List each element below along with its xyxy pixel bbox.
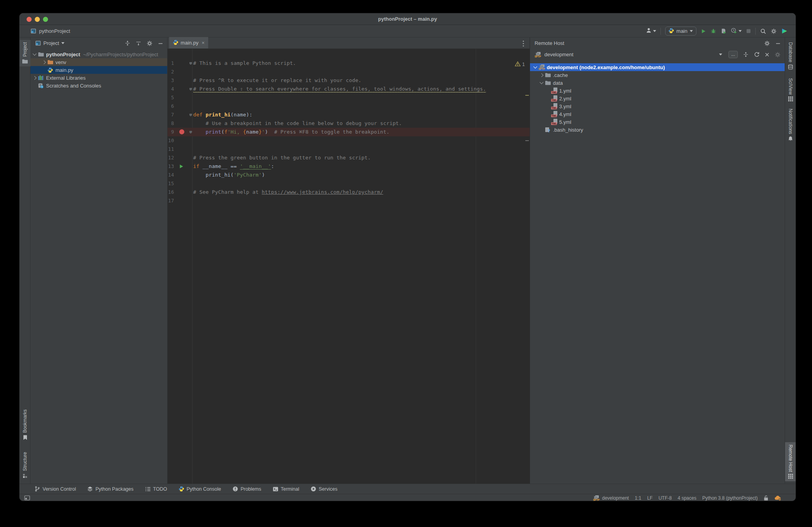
tool-window-tab-structure[interactable]: Structure xyxy=(20,450,30,481)
remote-tree-item[interactable]: YML1.yml xyxy=(530,87,785,95)
line-number[interactable]: 17 xyxy=(168,197,174,205)
gear-icon[interactable] xyxy=(764,40,770,46)
tab-options-kebab-icon[interactable] xyxy=(523,40,524,48)
code-line[interactable]: 7def print_hi(name): xyxy=(168,111,530,119)
chevron-down-icon[interactable] xyxy=(719,54,722,55)
expand-selection-icon[interactable] xyxy=(125,40,130,46)
hide-panel-icon[interactable] xyxy=(158,41,163,46)
project-widget-label[interactable]: pythonProject xyxy=(39,28,70,34)
tool-window-tab-project[interactable]: Project xyxy=(20,40,30,66)
code-line[interactable]: 12# Press the green button in the gutter… xyxy=(168,154,530,162)
close-icon[interactable] xyxy=(765,52,769,57)
line-number[interactable]: 9 xyxy=(168,128,174,136)
remote-tree-item[interactable]: YML4.yml xyxy=(530,110,785,118)
remote-tree-item[interactable]: ?.bash_history xyxy=(530,126,785,134)
run-line-icon[interactable] xyxy=(179,164,184,170)
collapse-all-icon[interactable] xyxy=(743,52,749,57)
collapse-all-icon[interactable] xyxy=(136,40,141,46)
remote-tree-item[interactable]: SFTPdevelopment (node2.example.com/home/… xyxy=(530,63,785,71)
status-item-lf[interactable]: LF xyxy=(647,495,653,501)
profiler-button[interactable] xyxy=(731,27,742,35)
fold-marker-icon[interactable] xyxy=(189,88,192,91)
line-number[interactable]: 5 xyxy=(168,93,174,102)
project-panel-title[interactable]: Project xyxy=(43,40,59,46)
code-line[interactable]: 3# Press ^R to execute it or replace it … xyxy=(168,76,530,85)
project-tree-item[interactable]: venv xyxy=(30,58,167,66)
chevron-down-icon[interactable] xyxy=(539,82,545,84)
debug-button[interactable] xyxy=(710,28,716,34)
close-window-button[interactable] xyxy=(27,17,32,22)
code-line[interactable]: 2 xyxy=(168,68,530,76)
fold-marker-icon[interactable] xyxy=(189,62,192,65)
chevron-down-icon[interactable] xyxy=(532,66,539,68)
line-number[interactable]: 4 xyxy=(168,85,174,93)
error-stripe-mark[interactable] xyxy=(525,140,529,141)
code-line[interactable]: 13if __name__ == '__main__': xyxy=(168,162,530,171)
project-tree-item[interactable]: main.py xyxy=(30,66,167,74)
jetbrains-gradient-icon[interactable] xyxy=(781,28,788,34)
tool-window-layout-icon[interactable] xyxy=(24,495,30,500)
chevron-down-icon[interactable] xyxy=(61,42,64,44)
line-number[interactable]: 14 xyxy=(168,171,174,179)
line-number[interactable]: 11 xyxy=(168,145,174,154)
tool-window-button-python-console[interactable]: Python Console xyxy=(178,486,221,492)
fold-marker-icon[interactable] xyxy=(189,114,192,116)
connection-select[interactable]: development xyxy=(544,52,573,57)
code-line[interactable]: 1# This is a sample Python script. xyxy=(168,59,530,68)
gear-icon[interactable] xyxy=(146,40,153,46)
code-line[interactable]: 9 print(f'Hi, {name}') # Press ⌘F8 to to… xyxy=(168,128,530,136)
status-item-utf-8[interactable]: UTF-8 xyxy=(659,495,672,501)
line-number[interactable]: 6 xyxy=(168,102,174,111)
error-stripe-mark[interactable] xyxy=(525,95,529,96)
tool-window-button-todo[interactable]: TODO xyxy=(145,486,167,492)
hide-panel-icon[interactable] xyxy=(775,41,781,46)
chevron-right-icon[interactable] xyxy=(41,61,47,64)
run-configuration-select[interactable]: main xyxy=(665,27,696,36)
line-number[interactable]: 1 xyxy=(168,59,174,68)
code-line[interactable]: 10 xyxy=(168,136,530,145)
status-item-python-3-8-pythonproject-[interactable]: Python 3.8 (pythonProject) xyxy=(702,495,758,501)
code-line[interactable]: 17 xyxy=(168,197,530,205)
status-item-4-spaces[interactable]: 4 spaces xyxy=(678,495,696,501)
project-tree-item[interactable]: Scratches and Consoles xyxy=(30,82,167,89)
project-tree-item[interactable]: pythonProject~/PycharmProjects/pythonPro… xyxy=(30,50,167,58)
code-line[interactable]: 15 xyxy=(168,179,530,188)
status-item-1-1[interactable]: 1:1 xyxy=(635,495,641,501)
line-number[interactable]: 12 xyxy=(168,154,174,162)
chevron-down-icon[interactable] xyxy=(32,54,38,55)
remote-tree-item[interactable]: data xyxy=(530,79,785,87)
run-button[interactable] xyxy=(701,29,706,34)
line-number[interactable]: 7 xyxy=(168,111,174,119)
user-account-button[interactable] xyxy=(646,27,656,35)
search-everywhere-button[interactable] xyxy=(760,28,766,34)
remote-tree-item[interactable]: .cache xyxy=(530,71,785,79)
tool-window-tab-notifications[interactable]: Notifications xyxy=(785,106,796,144)
line-number[interactable]: 10 xyxy=(168,136,174,145)
line-number[interactable]: 3 xyxy=(168,76,174,85)
chevron-right-icon[interactable] xyxy=(32,77,38,79)
inspections-widget[interactable]: 1 xyxy=(515,61,525,68)
remote-tree-item[interactable]: YML5.yml xyxy=(530,118,785,126)
tool-window-button-terminal[interactable]: Terminal xyxy=(273,486,299,492)
code-line[interactable]: 6 xyxy=(168,102,530,111)
status-item-development[interactable]: SFTPdevelopment xyxy=(593,495,629,501)
tool-window-button-version-control[interactable]: Version Control xyxy=(34,486,76,492)
minimize-window-button[interactable] xyxy=(35,17,40,22)
chevron-right-icon[interactable] xyxy=(539,74,545,77)
remote-tree-item[interactable]: YML3.yml xyxy=(530,102,785,110)
tool-window-button-problems[interactable]: Problems xyxy=(232,486,261,492)
code-line[interactable]: 16# See PyCharm help at https://www.jetb… xyxy=(168,188,530,197)
code-editor[interactable]: 1# This is a sample Python script.23# Pr… xyxy=(168,49,530,484)
refresh-icon[interactable] xyxy=(754,52,760,57)
tool-window-tab-sciview[interactable]: SciView xyxy=(785,76,796,104)
run-with-coverage-button[interactable] xyxy=(721,28,726,34)
breakpoint-icon[interactable] xyxy=(179,129,184,134)
browse-connections-button[interactable]: ... xyxy=(728,51,738,58)
tool-window-tab-bookmarks[interactable]: Bookmarks xyxy=(20,407,30,443)
remote-tree-item[interactable]: YML2.yml xyxy=(530,95,785,102)
line-number[interactable]: 13 xyxy=(168,162,174,171)
zoom-window-button[interactable] xyxy=(43,17,48,22)
tool-window-button-services[interactable]: Services xyxy=(311,486,337,492)
status-item[interactable] xyxy=(764,495,769,501)
project-tree-item[interactable]: External Libraries xyxy=(30,74,167,82)
